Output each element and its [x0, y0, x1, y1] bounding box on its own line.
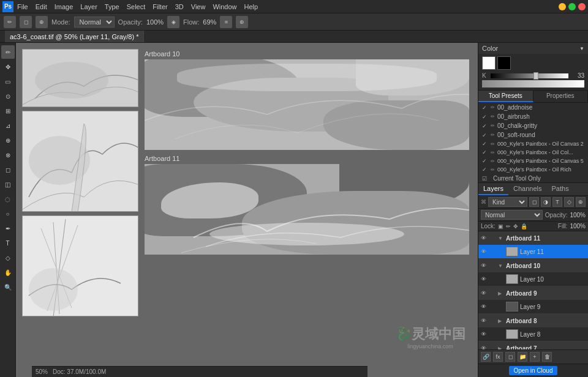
maximize-button[interactable] [568, 3, 576, 10]
preset-00-addnoise[interactable]: ✓ ✏ 00_addnoise [478, 103, 588, 112]
tab-properties[interactable]: Properties [533, 91, 589, 102]
filter-shape-btn[interactable]: ◇ [564, 197, 574, 207]
preset-current-tool[interactable]: ☑ Current Tool Only [478, 174, 588, 182]
brush-tool-button[interactable]: ✏ [1, 45, 15, 59]
artboard-8-group-header[interactable]: 👁 ▶ Artboard 8 [478, 314, 588, 327]
tab-paths[interactable]: Paths [547, 183, 574, 195]
preset-00-chalk[interactable]: ✓ ✏ 00_chalk-gritty [478, 121, 588, 130]
expand-ab11[interactable]: ▼ [498, 236, 504, 241]
eyedropper-tool-button[interactable]: ⊿ [1, 119, 15, 132]
artboard-9-group-header[interactable]: 👁 ▶ Artboard 9 [478, 286, 588, 300]
eye-icon-ab7[interactable]: 👁 [481, 345, 488, 349]
mode-select[interactable]: Normal [74, 17, 115, 28]
menu-file[interactable]: File [17, 3, 28, 10]
add-style-btn[interactable]: fx [493, 352, 503, 362]
artboard-7-group-header[interactable]: 👁 ▶ Artboard 7 [478, 342, 588, 349]
eye-icon-l11[interactable]: 👁 [481, 248, 488, 255]
brush-settings-icon[interactable]: ⊕ [36, 16, 48, 28]
menu-3d[interactable]: 3D [175, 3, 184, 10]
eye-icon-ab10[interactable]: 👁 [481, 263, 488, 269]
menu-filter[interactable]: Filter [153, 3, 167, 10]
flow-slider-icon[interactable]: ≡ [220, 16, 232, 28]
filter-type-btn[interactable]: T [552, 197, 562, 207]
filter-pixel-btn[interactable]: ◻ [529, 197, 539, 207]
kind-select[interactable]: Kind [488, 197, 527, 207]
artboard-11-group-header[interactable]: 👁 ▼ Artboard 11 [478, 231, 588, 245]
layer-11-row[interactable]: 👁 Layer 11 [478, 245, 588, 258]
canvas-area[interactable]: Artboard 10 [16, 43, 478, 377]
blend-mode-select[interactable]: Normal [481, 210, 543, 220]
link-layers-btn[interactable]: 🔗 [481, 352, 491, 362]
lock-all-btn[interactable]: 🔒 [521, 223, 527, 230]
add-mask-btn[interactable]: ◻ [505, 352, 515, 362]
eye-icon-ab8[interactable]: 👁 [481, 318, 488, 324]
layer-8-row[interactable]: 👁 Layer 8 [478, 327, 588, 341]
menu-layer[interactable]: Layer [80, 3, 97, 10]
eye-icon-l10[interactable]: 👁 [481, 276, 488, 282]
eye-icon-ab9[interactable]: 👁 [481, 290, 488, 296]
preset-00-soft[interactable]: ✓ ✏ 00_soft-round [478, 130, 588, 140]
background-swatch[interactable] [497, 56, 511, 70]
dodge-tool-button[interactable]: ○ [1, 207, 15, 220]
crop-tool-button[interactable]: ⊞ [1, 104, 15, 118]
expand-ab10[interactable]: ▼ [498, 263, 504, 269]
menu-window[interactable]: Window [213, 3, 236, 10]
delete-layer-btn[interactable]: 🗑 [542, 352, 552, 362]
open-cloud-button[interactable]: Open in Cloud [509, 366, 558, 375]
tab-tool-presets[interactable]: Tool Presets [478, 91, 533, 102]
pen-tool-button[interactable]: ✒ [1, 222, 15, 235]
expand-ab9[interactable]: ▶ [498, 291, 504, 296]
preset-000-oilrich[interactable]: ✓ ✏ 000_Kyle's Paintbox - Oil Rich [478, 165, 588, 174]
stamp-tool-button[interactable]: ⊗ [1, 148, 15, 162]
tab-channels[interactable]: Channels [508, 183, 546, 195]
menu-image[interactable]: Image [55, 3, 74, 10]
lasso-tool-button[interactable]: ⊙ [1, 89, 15, 103]
lock-transparent-btn[interactable]: ▣ [498, 223, 503, 230]
k-slider-thumb[interactable] [533, 72, 538, 80]
hand-tool-button[interactable]: ✋ [1, 266, 15, 279]
preset-000-oilcanvas2[interactable]: ✓ ✏ 000_Kyle's Paintbox - Oil Canvas 2 [478, 140, 588, 148]
layer-9-row[interactable]: 👁 Layer 9 [478, 300, 588, 313]
preset-000-oilcanvas2col[interactable]: ✓ ✏ 000_Kyle's Paintbox - Oil Col... [478, 148, 588, 157]
lock-position-btn[interactable]: ✥ [513, 223, 518, 230]
color-panel-header[interactable]: Color ▼ [478, 43, 588, 54]
active-file-tab[interactable]: ac3-6_coast.tif @ 50% (Layer 11, Gray/8)… [5, 31, 144, 42]
opacity-slider-icon[interactable]: ◈ [167, 16, 179, 28]
tool-option-icon[interactable]: ◻ [20, 16, 32, 28]
color-hex-bar[interactable] [482, 80, 584, 88]
blur-tool-button[interactable]: ◌ [1, 192, 15, 206]
preset-00-airbrush[interactable]: ✓ ✏ 00_airbrush [478, 112, 588, 121]
menu-type[interactable]: Type [105, 3, 119, 10]
select-tool-button[interactable]: ▭ [1, 75, 15, 88]
foreground-swatch[interactable] [482, 56, 496, 70]
lock-image-btn[interactable]: ✏ [506, 223, 511, 230]
filter-adj-btn[interactable]: ◑ [541, 197, 551, 207]
eye-icon-l9[interactable]: 👁 [481, 304, 488, 310]
canvas-scroll[interactable]: Artboard 10 [16, 43, 478, 377]
eye-icon-l8[interactable]: 👁 [481, 331, 488, 337]
menu-help[interactable]: Help [244, 3, 258, 10]
filter-smart-btn[interactable]: ⊕ [576, 197, 586, 207]
new-layer-btn[interactable]: + [530, 352, 540, 362]
menu-view[interactable]: View [191, 3, 206, 10]
new-group-btn[interactable]: 📁 [518, 352, 527, 362]
brush-tool-icon[interactable]: ✏ [4, 16, 16, 28]
k-slider-track[interactable] [491, 73, 568, 78]
layer-10-row[interactable]: 👁 Layer 10 [478, 272, 588, 286]
move-tool-button[interactable]: ✥ [1, 60, 15, 73]
close-button[interactable] [578, 3, 586, 10]
tab-layers[interactable]: Layers [478, 183, 508, 195]
shape-tool-button[interactable]: ◇ [1, 251, 15, 264]
gradient-tool-button[interactable]: ◫ [1, 177, 15, 191]
artboard-10-group-header[interactable]: 👁 ▼ Artboard 10 [478, 259, 588, 272]
menu-select[interactable]: Select [127, 3, 146, 10]
preset-000-oilcanvas5[interactable]: ✓ ✏ 000_Kyle's Paintbox - Oil Canvas 5 [478, 157, 588, 165]
menu-edit[interactable]: Edit [36, 3, 47, 10]
eraser-tool-button[interactable]: ◻ [1, 163, 15, 176]
healing-tool-button[interactable]: ⊕ [1, 133, 15, 147]
eye-icon-ab11[interactable]: 👁 [481, 235, 488, 241]
minimize-button[interactable] [559, 3, 566, 10]
text-tool-button[interactable]: T [1, 236, 15, 250]
zoom-tool-button[interactable]: 🔍 [1, 280, 15, 294]
expand-ab8[interactable]: ▶ [498, 318, 504, 324]
